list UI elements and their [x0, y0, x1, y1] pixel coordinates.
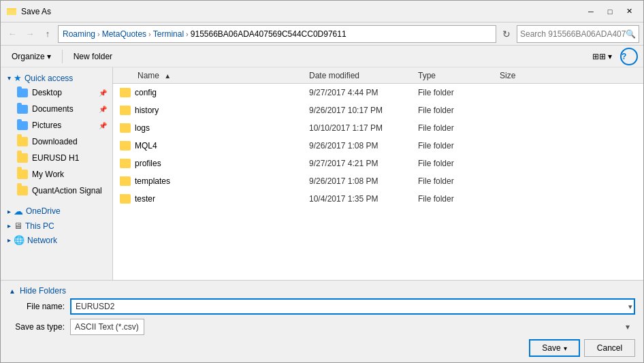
- file-name-cell: tester: [113, 194, 304, 204]
- documents-folder-icon: [17, 104, 28, 114]
- col-type-header[interactable]: Type: [413, 71, 494, 80]
- file-date-cell: 9/27/2017 4:44 PM: [304, 88, 413, 97]
- file-date-cell: 9/27/2017 4:21 PM: [304, 159, 413, 168]
- bottom-bar: ▲ Hide Folders File name: Save as type: …: [1, 280, 643, 362]
- title-bar-text: Save As: [21, 7, 582, 16]
- save-button[interactable]: Save ▾: [529, 339, 580, 357]
- thispc-icon: 🖥: [14, 221, 22, 231]
- file-name: profiles: [135, 159, 161, 168]
- table-row[interactable]: templates 9/26/2017 1:08 PM File folder: [113, 172, 643, 190]
- sidebar-item-downloaded[interactable]: Downloaded: [1, 133, 112, 150]
- folder-icon: [120, 106, 131, 115]
- file-type-cell: File folder: [413, 159, 494, 168]
- file-date-cell: 10/4/2017 1:35 PM: [304, 194, 413, 204]
- hide-folders-bar[interactable]: ▲ Hide Folders: [9, 286, 635, 296]
- onedrive-icon: ☁: [14, 206, 23, 217]
- file-type-cell: File folder: [413, 176, 494, 186]
- table-row[interactable]: config 9/27/2017 4:44 PM File folder: [113, 84, 643, 101]
- action-row: Save ▾ Cancel: [9, 339, 635, 357]
- view-button[interactable]: ⊞⊞ ▾: [587, 48, 617, 65]
- sidebar-item-desktop[interactable]: Desktop 📌: [1, 84, 112, 101]
- sidebar-item-quantaction[interactable]: QuantAction Signal: [1, 183, 112, 199]
- svg-rect-1: [7, 10, 16, 15]
- sidebar-item-documents[interactable]: Documents 📌: [1, 101, 112, 117]
- breadcrumb-sep-1: ›: [97, 30, 100, 38]
- network-item[interactable]: ▸ 🌐 Network: [1, 232, 112, 247]
- cancel-button[interactable]: Cancel: [584, 339, 635, 357]
- thispc-label: This PC: [25, 221, 54, 231]
- save-as-type-wrapper: ASCII Text (*.csv): [70, 319, 635, 335]
- thispc-item[interactable]: ▸ 🖥 This PC: [1, 218, 112, 232]
- thispc-chevron: ▸: [7, 222, 11, 230]
- file-date-cell: 9/26/2017 1:08 PM: [304, 176, 413, 186]
- sidebar-item-documents-label: Documents: [32, 104, 74, 114]
- file-date-cell: 10/10/2017 1:17 PM: [304, 123, 413, 133]
- sidebar-item-pictures-label: Pictures: [32, 121, 61, 130]
- breadcrumb-terminal: Terminal: [153, 29, 184, 39]
- pictures-folder-icon: [17, 120, 28, 131]
- quick-access-header[interactable]: ▾ ★ Quick access: [1, 70, 112, 84]
- up-button[interactable]: ↑: [40, 27, 55, 42]
- table-row[interactable]: tester 10/4/2017 1:35 PM File folder: [113, 190, 643, 208]
- table-row[interactable]: history 9/26/2017 10:17 PM File folder: [113, 101, 643, 119]
- back-button[interactable]: ←: [5, 27, 20, 42]
- save-dropdown-arrow: ▾: [564, 345, 567, 352]
- left-panel: ▾ ★ Quick access Desktop 📌 Documents 📌: [1, 67, 113, 280]
- file-type-cell: File folder: [413, 194, 494, 204]
- close-button[interactable]: ✕: [620, 5, 638, 18]
- new-folder-button[interactable]: New folder: [68, 48, 118, 65]
- file-name-cell: config: [113, 88, 304, 97]
- save-as-type-select[interactable]: ASCII Text (*.csv): [70, 319, 144, 335]
- network-chevron: ▸: [7, 236, 11, 244]
- toolbar-separator: [62, 50, 63, 63]
- folder-icon: [120, 141, 131, 151]
- file-panel: Name ▲ Date modified Type Size: [113, 67, 643, 280]
- sidebar-item-eurusd[interactable]: EURUSD H1: [1, 150, 112, 166]
- search-box[interactable]: 🔍: [517, 25, 639, 43]
- eurusd-folder-icon: [17, 153, 28, 163]
- organize-button[interactable]: Organize ▾: [6, 48, 57, 65]
- quick-access-star-icon: ★: [14, 73, 22, 83]
- table-row[interactable]: MQL4 9/26/2017 1:08 PM File folder: [113, 137, 643, 155]
- organize-label: Organize: [12, 52, 45, 61]
- table-row[interactable]: profiles 9/27/2017 4:21 PM File folder: [113, 155, 643, 172]
- file-name: history: [135, 106, 159, 115]
- col-name-header[interactable]: Name ▲: [113, 71, 304, 80]
- desktop-pin-icon: 📌: [99, 89, 107, 97]
- pictures-pin-icon: 📌: [99, 122, 107, 129]
- downloaded-folder-icon: [17, 136, 28, 147]
- breadcrumb-sep-3: ›: [186, 30, 189, 38]
- search-input[interactable]: [520, 29, 626, 39]
- sidebar-item-downloaded-label: Downloaded: [32, 137, 78, 146]
- filename-input[interactable]: [70, 298, 635, 315]
- col-date-label: Date modified: [309, 71, 359, 80]
- minimize-button[interactable]: ─: [582, 5, 600, 18]
- save-as-dialog: Save As ─ □ ✕ ← → ↑ Roaming › MetaQuotes…: [0, 0, 644, 363]
- column-header: Name ▲ Date modified Type Size: [113, 67, 643, 84]
- title-bar: Save As ─ □ ✕: [1, 1, 643, 22]
- file-name-cell: templates: [113, 176, 304, 186]
- file-date-cell: 9/26/2017 1:08 PM: [304, 141, 413, 151]
- maximize-button[interactable]: □: [601, 5, 619, 18]
- onedrive-item[interactable]: ▸ ☁ OneDrive: [1, 203, 112, 218]
- refresh-button[interactable]: ↻: [499, 27, 514, 42]
- sidebar-item-pictures[interactable]: Pictures 📌: [1, 117, 112, 133]
- onedrive-label: OneDrive: [26, 206, 61, 216]
- hide-folders-label: Hide Folders: [20, 286, 66, 296]
- table-row[interactable]: logs 10/10/2017 1:17 PM File folder: [113, 119, 643, 137]
- file-type-cell: File folder: [413, 123, 494, 133]
- breadcrumb[interactable]: Roaming › MetaQuotes › Terminal › 915566…: [58, 25, 496, 43]
- forward-button[interactable]: →: [22, 27, 37, 42]
- search-icon: 🔍: [626, 29, 636, 39]
- view-chevron: ▾: [608, 52, 612, 61]
- file-name: logs: [135, 123, 150, 133]
- file-name-label: File name:: [9, 302, 70, 311]
- filename-input-wrapper: [70, 298, 635, 315]
- col-date-header[interactable]: Date modified: [304, 71, 413, 80]
- sidebar-item-mywork[interactable]: My Work: [1, 166, 112, 183]
- file-date-cell: 9/26/2017 10:17 PM: [304, 106, 413, 115]
- file-name-cell: profiles: [113, 159, 304, 168]
- col-size-header[interactable]: Size: [494, 71, 549, 80]
- help-button[interactable]: ?: [620, 48, 638, 65]
- sidebar-item-quantaction-label: QuantAction Signal: [32, 186, 102, 195]
